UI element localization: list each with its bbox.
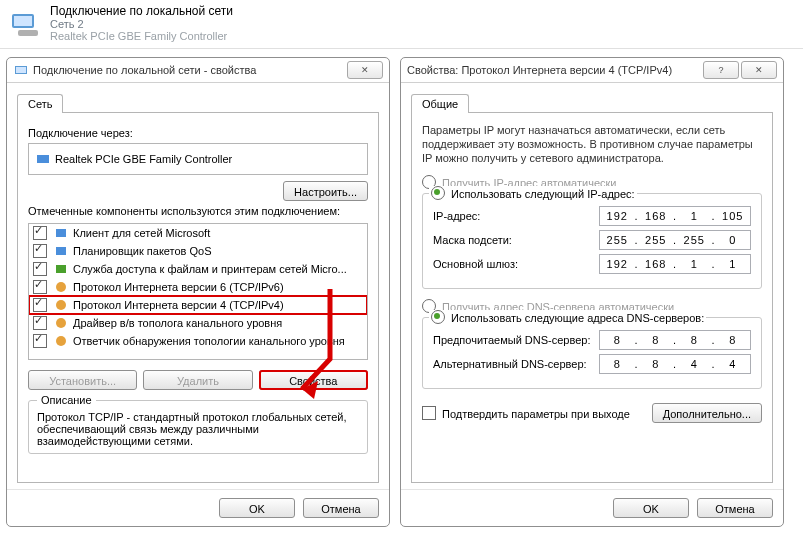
tabs: Сеть — [17, 93, 379, 113]
component-label: Ответчик обнаружения топологии канальног… — [73, 335, 345, 347]
component-icon — [53, 225, 69, 241]
tab-network[interactable]: Сеть — [17, 94, 63, 113]
adapter-icon — [35, 151, 51, 167]
window-title: Подключение по локальной сети - свойства — [33, 64, 345, 76]
svg-point-9 — [56, 282, 66, 292]
components-label: Отмеченные компоненты используются этим … — [28, 205, 368, 217]
help-button[interactable]: ? — [703, 61, 739, 79]
checkbox[interactable] — [33, 298, 47, 312]
close-button[interactable]: ✕ — [347, 61, 383, 79]
component-label: Протокол Интернета версии 4 (TCP/IPv4) — [73, 299, 284, 311]
svg-rect-4 — [16, 67, 26, 73]
svg-point-10 — [56, 300, 66, 310]
radio-manual-ip[interactable]: Использовать следующий IP-адрес: — [429, 186, 637, 200]
dns2-input[interactable]: 8.8.4.4 — [599, 354, 751, 374]
description-text: Протокол TCP/IP - стандартный протокол г… — [37, 411, 359, 447]
component-icon — [53, 333, 69, 349]
svg-rect-1 — [14, 16, 32, 26]
network-adapter-icon — [6, 4, 46, 44]
component-label: Клиент для сетей Microsoft — [73, 227, 210, 239]
validate-checkbox[interactable]: Подтвердить параметры при выходе — [422, 406, 630, 420]
connection-name: Подключение по локальной сети — [50, 4, 233, 18]
tab-general[interactable]: Общие — [411, 94, 469, 113]
cancel-button[interactable]: Отмена — [303, 498, 379, 518]
list-item[interactable]: Планировщик пакетов QoS — [29, 242, 367, 260]
adapter-text: Realtek PCIe GBE Family Controller — [55, 153, 232, 165]
dns2-label: Альтернативный DNS-сервер: — [433, 358, 599, 370]
checkbox[interactable] — [33, 280, 47, 294]
description-title: Описание — [37, 394, 96, 406]
list-item[interactable]: Служба доступа к файлам и принтерам сете… — [29, 260, 367, 278]
svg-point-11 — [56, 318, 66, 328]
network-name: Сеть 2 — [50, 18, 233, 30]
svg-point-12 — [56, 336, 66, 346]
description-group: Описание Протокол TCP/IP - стандартный п… — [28, 400, 368, 454]
list-item[interactable]: Драйвер в/в тополога канального уровня — [29, 314, 367, 332]
ok-button[interactable]: OK — [613, 498, 689, 518]
component-label: Планировщик пакетов QoS — [73, 245, 212, 257]
svg-rect-6 — [56, 229, 66, 237]
component-icon — [53, 297, 69, 313]
properties-button[interactable]: Свойства — [259, 370, 368, 390]
advanced-button[interactable]: Дополнительно... — [652, 403, 762, 423]
component-icon — [53, 315, 69, 331]
component-label: Протокол Интернета версии 6 (TCP/IPv6) — [73, 281, 284, 293]
component-label: Драйвер в/в тополога канального уровня — [73, 317, 282, 329]
adapter-box: Realtek PCIe GBE Family Controller — [28, 143, 368, 175]
install-button[interactable]: Установить... — [28, 370, 137, 390]
component-label: Служба доступа к файлам и принтерам сете… — [73, 263, 347, 275]
mask-label: Маска подсети: — [433, 234, 599, 246]
ip-label: IP-адрес: — [433, 210, 599, 222]
component-icon — [53, 243, 69, 259]
checkbox[interactable] — [33, 334, 47, 348]
components-list[interactable]: Клиент для сетей MicrosoftПланировщик па… — [28, 223, 368, 360]
tabs: Общие — [411, 93, 773, 113]
gateway-input[interactable]: 192.168.1.1 — [599, 254, 751, 274]
window-icon — [13, 62, 29, 78]
ip-input[interactable]: 192.168.1.105 — [599, 206, 751, 226]
checkbox[interactable] — [33, 244, 47, 258]
radio-manual-dns[interactable]: Использовать следующие адреса DNS-сервер… — [429, 310, 706, 324]
ok-button[interactable]: OK — [219, 498, 295, 518]
svg-rect-2 — [18, 30, 38, 36]
connection-properties-window: Подключение по локальной сети - свойства… — [6, 57, 390, 527]
svg-rect-7 — [56, 247, 66, 255]
checkbox[interactable] — [33, 262, 47, 276]
window-title: Свойства: Протокол Интернета версии 4 (T… — [407, 64, 701, 76]
tcpip-properties-window: Свойства: Протокол Интернета версии 4 (T… — [400, 57, 784, 527]
gateway-label: Основной шлюз: — [433, 258, 599, 270]
checkbox[interactable] — [33, 226, 47, 240]
svg-rect-8 — [56, 265, 66, 273]
intro-text: Параметры IP могут назначаться автоматич… — [422, 123, 762, 165]
dns1-label: Предпочитаемый DNS-сервер: — [433, 334, 599, 346]
titlebar: Подключение по локальной сети - свойства… — [7, 58, 389, 83]
list-item[interactable]: Клиент для сетей Microsoft — [29, 224, 367, 242]
mask-input[interactable]: 255.255.255.0 — [599, 230, 751, 250]
close-button[interactable]: ✕ — [741, 61, 777, 79]
svg-rect-5 — [37, 155, 49, 163]
connection-header: Подключение по локальной сети Сеть 2 Rea… — [0, 0, 803, 49]
dns1-input[interactable]: 8.8.8.8 — [599, 330, 751, 350]
connect-using-label: Подключение через: — [28, 127, 368, 139]
cancel-button[interactable]: Отмена — [697, 498, 773, 518]
titlebar: Свойства: Протокол Интернета версии 4 (T… — [401, 58, 783, 83]
adapter-name: Realtek PCIe GBE Family Controller — [50, 30, 233, 42]
checkbox[interactable] — [33, 316, 47, 330]
list-item[interactable]: Ответчик обнаружения топологии канальног… — [29, 332, 367, 350]
list-item[interactable]: Протокол Интернета версии 6 (TCP/IPv6) — [29, 278, 367, 296]
uninstall-button[interactable]: Удалить — [143, 370, 252, 390]
configure-button[interactable]: Настроить... — [283, 181, 368, 201]
list-item[interactable]: Протокол Интернета версии 4 (TCP/IPv4) — [29, 296, 367, 314]
component-icon — [53, 279, 69, 295]
component-icon — [53, 261, 69, 277]
